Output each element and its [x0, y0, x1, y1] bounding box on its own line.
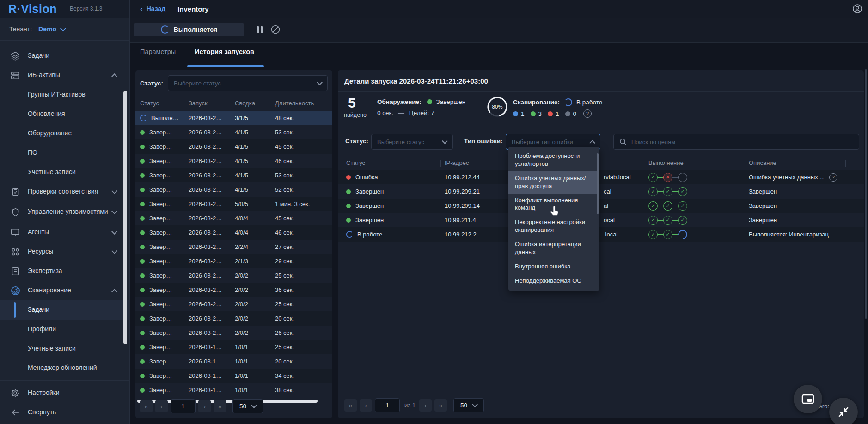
progress-percent: 80%	[486, 95, 509, 118]
run-row[interactable]: Завер…2026-03-2…4/0/445 сек.	[135, 211, 332, 225]
page-number-input[interactable]: 1	[171, 399, 196, 413]
run-row[interactable]: Завер…2026-03-2…4/1/546 сек.	[135, 154, 332, 168]
page-next-button[interactable]: ›	[419, 399, 432, 412]
run-date-cell: 2026-03-2…	[189, 254, 222, 268]
run-row[interactable]: Завер…2026-03-1…1/0/134 сек.	[135, 369, 332, 383]
target-description-text: Ошибка учетных данных…	[749, 174, 824, 181]
page-number-input[interactable]: 1	[375, 398, 400, 412]
run-row[interactable]: Выполн…2026-03-2…3/1/548 сек.	[135, 111, 332, 125]
target-search-input[interactable]: Поиск по целям	[613, 134, 859, 150]
help-icon[interactable]: ?	[829, 173, 837, 182]
picture-in-picture-button[interactable]	[794, 385, 822, 413]
cancel-button[interactable]	[269, 24, 281, 36]
step-ok-icon: ✓	[648, 216, 658, 225]
run-row[interactable]: Завер…2026-03-2…4/1/553 сек.	[135, 125, 332, 139]
sidebar-item-1[interactable]: ИБ-активы	[0, 66, 129, 85]
help-icon[interactable]: ?	[583, 109, 592, 118]
sidebar-subitem-3[interactable]: Обновления	[0, 104, 129, 124]
back-button[interactable]: ‹ Назад	[140, 5, 165, 13]
collapse-button[interactable]	[829, 398, 858, 424]
status-filter-select[interactable]: Выберите статус	[168, 75, 328, 91]
discovery-status-line: Обнаружение: Завершен	[377, 98, 465, 105]
run-status-cell: Завер…	[140, 254, 186, 268]
sidebar-subitem-4[interactable]: Оборудование	[0, 124, 129, 143]
sidebar-subitem-16[interactable]: Менеджер обновлений	[0, 358, 129, 378]
page-first-button[interactable]: «	[140, 400, 153, 412]
run-status-text: Завер…	[149, 272, 172, 279]
sidebar-item-8[interactable]: Управление уязвимостями	[0, 201, 129, 223]
target-row[interactable]: Завершен10.99.209.14al✓✓✓Завершен	[338, 199, 864, 213]
sidebar-item-label: Агенты	[28, 228, 63, 236]
page-next-button[interactable]: ›	[198, 400, 211, 412]
target-status-cell: Завершен	[346, 213, 384, 227]
sidebar-subitem-13[interactable]: Задачи	[0, 300, 129, 320]
target-row[interactable]: Завершен10.99.209.21cal✓✓✓Завершен	[338, 184, 864, 199]
sidebar-item-0[interactable]: Задачи	[0, 46, 129, 66]
tenant-selector[interactable]: Тенант: Demo	[0, 18, 129, 41]
status-dot	[140, 130, 145, 135]
page-prev-button[interactable]: ‹	[155, 400, 168, 412]
page-size-select[interactable]: 50	[453, 398, 484, 412]
sidebar-subitem-14[interactable]: Профили	[0, 320, 129, 339]
run-row[interactable]: Завер…2026-03-2…2/0/225 сек.	[135, 268, 332, 283]
run-row[interactable]: Завер…2026-03-1…1/0/138 сек.	[135, 383, 332, 397]
sidebar-footer-item-1[interactable]: Свернуть	[0, 403, 129, 422]
account-icon[interactable]	[852, 4, 862, 14]
page-last-button[interactable]: »	[434, 399, 447, 412]
sidebar-item-11[interactable]: Экспертиза	[0, 261, 129, 281]
target-row[interactable]: Ошибка10.99.212.44rvlab.local✓✕Ошибка уч…	[338, 170, 864, 184]
sidebar-subitem-15[interactable]: Учетные записи	[0, 339, 129, 358]
target-row[interactable]: В работе10.99.212.2.local✓✓Выполняется: …	[338, 227, 864, 242]
target-ip-cell: 10.99.209.21	[445, 184, 480, 199]
sidebar-subitem-5[interactable]: ПО	[0, 143, 129, 163]
dropdown-option-4[interactable]: Ошибка интерпретации данных	[508, 237, 599, 260]
page-last-button[interactable]: »	[214, 400, 226, 412]
dropdown-option-3[interactable]: Некорректные настройки сканирования	[508, 215, 599, 237]
run-row[interactable]: Завер…2026-03-2…4/1/552 сек.	[135, 182, 332, 197]
run-row[interactable]: Завер…2026-03-2…2/1/329 сек.	[135, 254, 332, 268]
sidebar-item-7[interactable]: Проверки соответствия	[0, 182, 129, 201]
divider	[247, 22, 247, 37]
dropdown-scrollbar[interactable]	[597, 153, 599, 214]
run-row[interactable]: Завер…2026-03-2…2/0/226 сек.	[135, 326, 332, 340]
window-scrollbar[interactable]	[865, 69, 867, 319]
discovery-status: Завершен	[436, 98, 466, 105]
run-row[interactable]: Завер…2026-03-2…2/2/427 сек.	[135, 240, 332, 254]
sidebar-item-12[interactable]: Сканирование	[0, 281, 129, 300]
chevron-down-icon	[442, 138, 448, 144]
page-prev-button[interactable]: ‹	[360, 399, 372, 412]
dropdown-option-0[interactable]: Проблема доступности узла/портов	[508, 149, 599, 171]
arrow-left-icon	[10, 407, 21, 418]
dropdown-option-6[interactable]: Неподдерживаемая ОС	[508, 274, 599, 288]
run-date-cell: 2026-03-2…	[189, 197, 222, 211]
target-status-select[interactable]: Выберите статус	[371, 134, 453, 150]
sidebar-item-9[interactable]: Агенты	[0, 223, 129, 242]
run-status-text: Выполн…	[151, 115, 179, 121]
target-row[interactable]: Завершен10.99.211.4ocal✓✓✓Завершен	[338, 213, 864, 227]
sidebar-subitem-2[interactable]: Группы ИТ-активов	[0, 85, 129, 104]
sidebar-scrollbar[interactable]	[123, 91, 127, 344]
run-status-button[interactable]: Выполняется	[134, 23, 244, 36]
run-row[interactable]: Завер…2026-03-2…2/0/225 сек.	[135, 297, 332, 311]
sidebar-footer-item-0[interactable]: Настройки	[0, 383, 129, 403]
run-row[interactable]: Завер…2026-03-2…4/1/553 сек.	[135, 168, 332, 182]
pause-button[interactable]	[254, 24, 266, 36]
run-row[interactable]: Завер…2026-03-2…5/0/51 мин. 3 сек.	[135, 197, 332, 211]
sidebar-item-10[interactable]: Ресурсы	[0, 242, 129, 261]
tab-run-history[interactable]: История запусков	[195, 48, 254, 55]
run-row[interactable]: Завер…2026-03-2…2/0/236 сек.	[135, 283, 332, 297]
run-row[interactable]: Завер…2026-03-1…1/0/120 сек.	[135, 354, 332, 369]
dropdown-option-5[interactable]: Внутренняя ошибка	[508, 260, 599, 274]
dropdown-option-1[interactable]: Ошибка учетных данных/ прав доступа	[508, 171, 599, 194]
run-row[interactable]: Завер…2026-03-2…4/1/545 сек.	[135, 139, 332, 154]
run-row[interactable]: Завер…2026-03-1…1/0/125 сек.	[135, 340, 332, 354]
page-size-select[interactable]: 50	[232, 399, 263, 413]
tab-parameters[interactable]: Параметры	[140, 48, 176, 55]
run-row[interactable]: Завер…2026-03-2…2/0/220 сек.	[135, 311, 332, 326]
run-row[interactable]: Завер…2026-03-2…4/0/446 сек.	[135, 225, 332, 240]
step-connector	[672, 191, 678, 192]
step-connector	[672, 206, 678, 206]
sidebar-subitem-6[interactable]: Учетные записи	[0, 163, 129, 182]
page-first-button[interactable]: «	[344, 399, 357, 412]
target-description-cell: Завершен	[749, 213, 777, 227]
